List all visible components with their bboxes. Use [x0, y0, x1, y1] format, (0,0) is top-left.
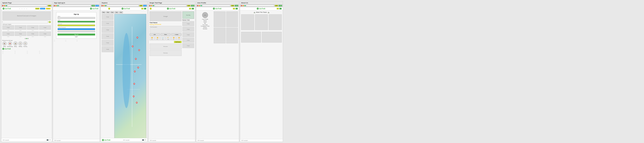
map-pin-7[interactable] — [136, 102, 138, 104]
page-dot-3[interactable] — [28, 38, 28, 39]
back-icon[interactable]: ← — [150, 8, 152, 10]
browser-zoom: 100% — [48, 5, 51, 7]
nav-btn1[interactable]: — — [141, 8, 144, 10]
list-item[interactable]: 🥾 Hiking — [2, 41, 7, 47]
browser-dot-yellow — [4, 5, 5, 6]
share-button[interactable]: Share — [160, 33, 171, 36]
filter-btn-1[interactable]: Filter — [102, 11, 106, 13]
footer-link[interactable]: — — [15, 53, 26, 54]
signup-button[interactable]: Sign Up — [40, 8, 45, 10]
signup-logo: G GoTrek — [90, 8, 98, 10]
facebook-icon[interactable]: ⓕ — [144, 139, 146, 141]
map-pin-4[interactable] — [137, 67, 139, 69]
list-item[interactable]: 🏃 Running — [23, 41, 28, 47]
list-item[interactable]: Image —— — [27, 32, 39, 37]
profile-browser-bar: 100% 110% — [196, 5, 239, 7]
list-item[interactable]: 🚵 Biking — [13, 41, 18, 47]
nav-btn1[interactable]: — — [233, 8, 235, 10]
filter-btn-4[interactable]: Filter — [115, 11, 118, 13]
page-dot-1[interactable] — [25, 38, 26, 39]
map-pin-8[interactable] — [138, 49, 140, 51]
footer-link[interactable]: — — [39, 53, 51, 54]
sidebar-trail-6[interactable]: Image — [102, 46, 114, 52]
list-item[interactable]: Image —— — [39, 32, 51, 37]
filter-btn-5[interactable]: Filter — [119, 11, 123, 13]
mini-map[interactable]: View Map — [182, 11, 194, 19]
search-button[interactable]: 🔍 — [48, 21, 51, 23]
submit-button[interactable]: Sign Up — [58, 34, 95, 36]
sun-label: Sun — [151, 39, 153, 40]
facebook-icon[interactable]: ⓕ — [49, 139, 51, 141]
name-label: Name — [58, 16, 95, 17]
footer-link[interactable]: — — [65, 41, 76, 42]
nav-btn1[interactable]: — — [277, 8, 279, 10]
list-item[interactable]: Image —— — [2, 25, 14, 31]
nav-btn1[interactable]: — — [189, 8, 191, 10]
signup-content: Sign Up Name Email Password Confirm Pass… — [53, 11, 100, 139]
nearby-trail-4[interactable]: Image — [182, 38, 194, 43]
nav-btn2[interactable]: — — [236, 8, 238, 10]
instagram-icon[interactable]: 📷 — [46, 139, 48, 141]
nearby-trail-2[interactable]: Image — [182, 27, 194, 32]
list-item[interactable]: Image —— — [15, 25, 26, 31]
sidebar-trail-3[interactable]: Image — [102, 27, 114, 33]
explore-map[interactable] — [114, 14, 146, 138]
add-review-button[interactable]: Add Review — [174, 41, 182, 43]
profile-name-label: Name — [200, 20, 210, 21]
copyright: 2024 copyright — [54, 140, 61, 141]
map-pin-5[interactable] — [133, 83, 136, 85]
explore-button[interactable]: Explore — [46, 8, 51, 10]
nav-link-3[interactable]: — — [24, 8, 25, 9]
list-item[interactable]: 🚶 Walking — [18, 41, 22, 47]
page-dot-2[interactable] — [26, 38, 27, 39]
review-button[interactable]: + review — [171, 33, 182, 36]
confirm-label: Confirm Password — [58, 27, 95, 28]
footer-link[interactable]: — — [76, 41, 88, 42]
footer-link[interactable]: — — [27, 53, 39, 54]
map-pin-6[interactable] — [132, 95, 135, 97]
splash-content: Banner/Carousel of Images 🔍 Trail type I… — [1, 11, 52, 138]
confirm-input[interactable] — [58, 28, 95, 30]
extra-input[interactable] — [58, 31, 95, 32]
sidebar-trail-4[interactable]: Image — [102, 33, 114, 39]
nav-btn2[interactable]: — — [144, 8, 146, 10]
list-item[interactable]: Image —— — [15, 32, 26, 37]
image-label: Image — [164, 16, 168, 17]
nav-link-4[interactable]: — — [26, 8, 27, 9]
nearby-trail-3[interactable]: Image — [182, 32, 194, 37]
instagram-icon[interactable]: 📷 — [142, 139, 144, 141]
name-input[interactable] — [58, 17, 95, 19]
profile-photo-3 — [214, 28, 226, 43]
nav-btn2[interactable]: — — [280, 8, 282, 10]
password-input[interactable] — [58, 25, 95, 26]
footer-link[interactable]: — — [54, 41, 65, 42]
login-link-text[interactable]: Log In — [75, 36, 78, 37]
list-item[interactable]: Image —— — [2, 32, 14, 37]
map-pin-2[interactable] — [136, 36, 138, 39]
nav-link-2[interactable]: — — [21, 8, 22, 9]
list-item[interactable]: Image —— — [27, 25, 39, 31]
email-input[interactable] — [58, 21, 95, 23]
profile-photos-label: Photos — [200, 27, 210, 28]
password-label: Password — [58, 23, 95, 24]
map-pin-9[interactable] — [134, 70, 136, 72]
list-item[interactable]: 🎒 Backpacking — [7, 41, 13, 47]
print-button[interactable]: print — [150, 33, 160, 36]
list-item[interactable]: Image —— — [39, 25, 51, 31]
search-input[interactable] — [2, 21, 48, 23]
login-button[interactable]: Log In — [35, 8, 40, 10]
filter-btn-3[interactable]: Filter — [110, 11, 114, 13]
sidebar-trail-2[interactable]: Image — [102, 20, 114, 26]
nearby-trail-1[interactable]: Image — [182, 21, 194, 26]
nav-btn2[interactable]: — — [192, 8, 194, 10]
filter-btn-2[interactable]: Filter — [106, 11, 110, 13]
footer-link[interactable]: — — [2, 53, 14, 54]
sidebar-trail-1[interactable]: Image — [102, 14, 114, 20]
map-pin-3[interactable] — [135, 58, 137, 60]
form-title: Sign Up — [58, 14, 95, 15]
profile-completed-label: Completed Trails — [200, 26, 210, 27]
nearby-trail-5[interactable]: Image — [182, 43, 194, 48]
trail-label-8: —— — [39, 36, 51, 37]
sidebar-trail-5[interactable]: Image — [102, 40, 114, 46]
nav-link-1[interactable]: — — [19, 8, 20, 9]
